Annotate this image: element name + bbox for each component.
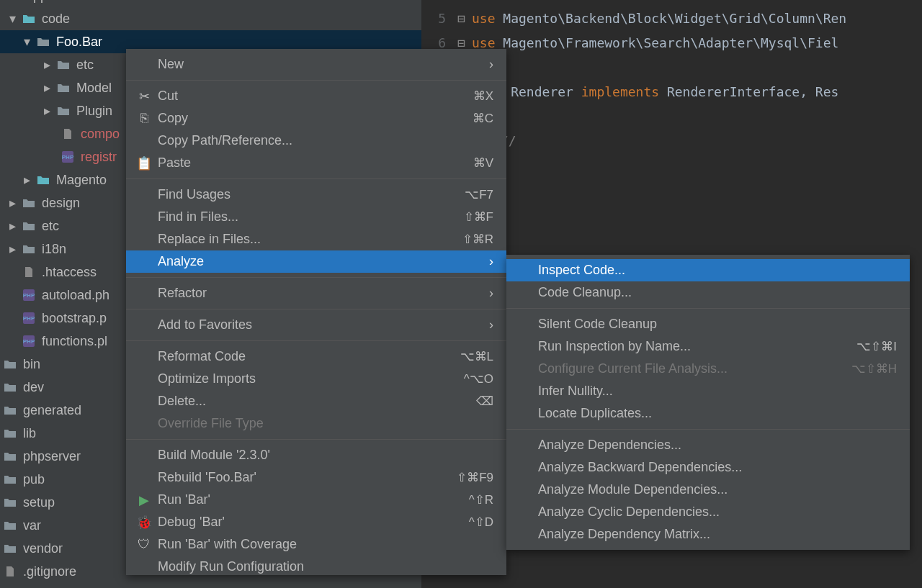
- chevron-right-icon: ›: [489, 317, 493, 333]
- label: phpserver: [23, 449, 81, 464]
- chevron-right-icon: ›: [489, 254, 493, 269]
- menu-separator: [506, 429, 910, 430]
- chevron-right-icon: ›: [489, 286, 493, 301]
- chevron-right-icon: ▸: [6, 196, 19, 209]
- submenu-analyze-module-deps[interactable]: Analyze Module Dependencies...: [506, 479, 910, 501]
- editor-line-5[interactable]: 5 ⊟ use Magento\Backend\Block\Widget\Gri…: [421, 6, 922, 30]
- label: .htaccess: [42, 265, 97, 280]
- menu-item-reformat[interactable]: Reformat Code ⌥⌘L: [126, 345, 506, 368]
- submenu-infer-nullity[interactable]: Infer Nullity...: [506, 380, 910, 402]
- play-icon: ▶: [135, 492, 153, 508]
- menu-separator: [126, 340, 506, 341]
- folder-icon: [22, 242, 36, 256]
- menu-item-copy[interactable]: ⎘ Copy ⌘C: [126, 107, 506, 130]
- label: code: [42, 12, 70, 27]
- cut-icon: ✂: [135, 89, 153, 104]
- php-file-icon: PHP: [22, 334, 36, 348]
- php-file-icon: PHP: [22, 288, 36, 302]
- label: design: [42, 196, 80, 211]
- fold-marker-icon[interactable]: ⊟: [457, 35, 472, 50]
- tree-item-app[interactable]: app: [0, 0, 421, 7]
- file-icon: [61, 127, 75, 141]
- label: compo: [81, 127, 120, 142]
- folder-icon: [3, 541, 17, 556]
- menu-item-delete[interactable]: Delete... ⌫: [126, 390, 506, 412]
- menu-item-modify-config[interactable]: Modify Run Configuration: [126, 556, 506, 578]
- submenu-analyze-cyclic-deps[interactable]: Analyze Cyclic Dependencies...: [506, 501, 910, 523]
- menu-item-paste[interactable]: 📋 Paste ⌘V: [126, 152, 506, 174]
- menu-separator: [126, 178, 506, 179]
- menu-item-build-module[interactable]: Build Module '2.3.0': [126, 444, 506, 466]
- line-number: 6: [421, 35, 457, 50]
- label: etc: [42, 219, 59, 234]
- file-icon: [22, 265, 36, 279]
- menu-item-new[interactable]: New ›: [126, 53, 506, 76]
- label: app: [26, 0, 48, 4]
- menu-item-replace-files[interactable]: Replace in Files... ⇧⌘R: [126, 228, 506, 250]
- label: vendor: [23, 541, 63, 556]
- chevron-right-icon: ›: [489, 57, 493, 72]
- label: registr: [81, 150, 117, 165]
- submenu-analyze-backward-deps[interactable]: Analyze Backward Dependencies...: [506, 456, 910, 479]
- submenu-analyze-matrix[interactable]: Analyze Dependency Matrix...: [506, 523, 910, 546]
- submenu-silent-cleanup[interactable]: Silent Code Cleanup: [506, 313, 910, 335]
- label: i18n: [42, 242, 66, 257]
- folder-icon: [3, 495, 17, 510]
- menu-separator: [126, 80, 506, 81]
- menu-separator: [126, 309, 506, 309]
- menu-item-rebuild[interactable]: Rebuild 'Foo.Bar' ⇧⌘F9: [126, 466, 506, 489]
- menu-item-find-usages[interactable]: Find Usages ⌥F7: [126, 184, 506, 206]
- menu-item-refactor[interactable]: Refactor ›: [126, 282, 506, 304]
- folder-icon: [6, 0, 20, 3]
- chevron-right-icon: ▸: [40, 81, 53, 94]
- menu-item-optimize-imports[interactable]: Optimize Imports ^⌥O: [126, 368, 506, 390]
- label: dev: [23, 380, 44, 395]
- label: setup: [23, 495, 55, 510]
- folder-icon: [22, 219, 36, 233]
- menu-separator: [506, 308, 910, 309]
- menu-item-run[interactable]: ▶ Run 'Bar' ^⇧R: [126, 489, 506, 511]
- menu-item-copy-path[interactable]: Copy Path/Reference...: [126, 130, 506, 152]
- tree-item-code[interactable]: ▾ code: [0, 7, 421, 30]
- folder-icon: [56, 104, 71, 118]
- label: bootstrap.p: [42, 311, 107, 326]
- menu-separator: [126, 277, 506, 278]
- menu-item-coverage[interactable]: 🛡 Run 'Bar' with Coverage: [126, 533, 506, 556]
- folder-icon: [36, 173, 50, 187]
- php-file-icon: PHP: [61, 150, 75, 164]
- chevron-right-icon: ▸: [6, 220, 19, 232]
- folder-icon: [3, 426, 17, 440]
- menu-item-cut[interactable]: ✂ Cut ⌘X: [126, 85, 506, 107]
- label: bin: [23, 357, 40, 372]
- folder-icon: [22, 196, 36, 210]
- menu-item-debug[interactable]: 🐞 Debug 'Bar' ^⇧D: [126, 511, 506, 533]
- folder-icon: [56, 81, 71, 95]
- submenu-configure-analysis: Configure Current File Analysis... ⌥⇧⌘H: [506, 358, 910, 380]
- chevron-down-icon: ▾: [6, 12, 19, 25]
- label: generated: [23, 403, 81, 418]
- menu-item-analyze[interactable]: Analyze ›: [126, 250, 506, 273]
- chevron-down-icon: ▾: [20, 35, 33, 48]
- submenu-inspect-code[interactable]: Inspect Code...: [506, 259, 910, 281]
- folder-icon: [3, 380, 17, 394]
- label: functions.pl: [42, 334, 107, 349]
- label: lib: [23, 426, 36, 441]
- folder-icon: [3, 472, 17, 487]
- folder-icon: [3, 518, 17, 533]
- menu-item-find-files[interactable]: Find in Files... ⇧⌘F: [126, 206, 506, 228]
- submenu-code-cleanup[interactable]: Code Cleanup...: [506, 281, 910, 304]
- folder-icon: [3, 357, 17, 371]
- label: etc: [76, 58, 94, 73]
- chevron-right-icon: ▸: [40, 104, 53, 117]
- label: var: [23, 518, 41, 533]
- label: Foo.Bar: [56, 35, 102, 50]
- menu-item-add-favorites[interactable]: Add to Favorites ›: [126, 314, 506, 336]
- submenu-inspection-by-name[interactable]: Run Inspection by Name... ⌥⇧⌘I: [506, 335, 910, 358]
- submenu-locate-duplicates[interactable]: Locate Duplicates...: [506, 402, 910, 425]
- fold-marker-icon[interactable]: ⊟: [457, 11, 472, 26]
- submenu-analyze-deps[interactable]: Analyze Dependencies...: [506, 434, 910, 456]
- label: pub: [23, 472, 45, 487]
- folder-icon: [56, 58, 71, 72]
- chevron-right-icon: ▸: [6, 243, 19, 255]
- analyze-submenu: Inspect Code... Code Cleanup... Silent C…: [506, 255, 910, 550]
